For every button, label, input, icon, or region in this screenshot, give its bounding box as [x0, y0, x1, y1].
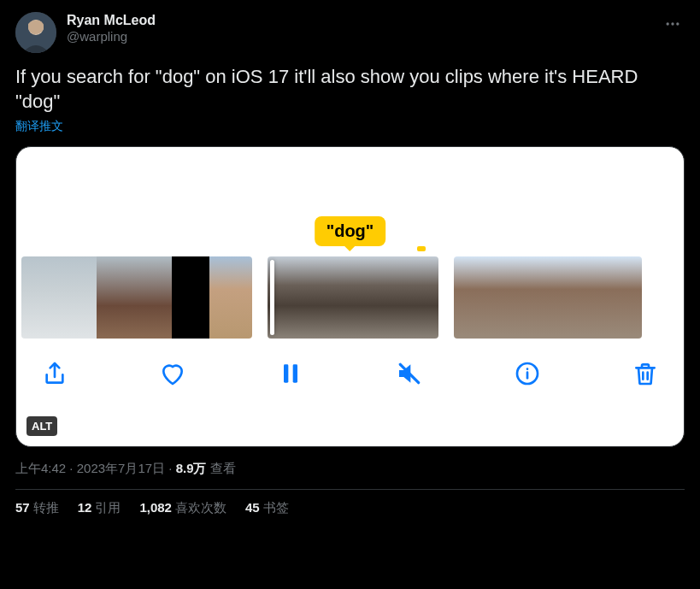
- clip-thumbnail: [21, 256, 59, 339]
- svg-point-3: [671, 22, 674, 25]
- svg-point-10: [526, 368, 528, 371]
- timestamp[interactable]: 上午4:42: [15, 461, 66, 475]
- clip-thumbnail: [454, 256, 491, 339]
- clip-thumbnail: [59, 256, 97, 339]
- divider: [15, 489, 685, 490]
- avatar[interactable]: [15, 12, 56, 53]
- clip-thumbnail: [310, 256, 353, 339]
- media-attachment[interactable]: "dog": [15, 146, 685, 447]
- svg-point-2: [667, 22, 669, 25]
- svg-point-4: [676, 22, 679, 25]
- media-header-area: "dog": [16, 147, 684, 256]
- clip-thumbnail: [529, 256, 567, 339]
- bookmarks-stat[interactable]: 45书签: [245, 500, 289, 516]
- video-timeline: [16, 256, 684, 339]
- mute-icon[interactable]: [395, 359, 424, 388]
- clip-thumbnail: [396, 256, 438, 339]
- tweet-meta: 上午4:42 · 2023年7月17日 · 8.9万 查看: [15, 461, 685, 477]
- clip-group-1[interactable]: [21, 256, 252, 339]
- author-names: Ryan McLeod @warpling: [67, 12, 156, 45]
- likes-stat[interactable]: 1,082喜欢次数: [139, 500, 226, 516]
- playhead-indicator[interactable]: [270, 260, 274, 335]
- tooltip-text: "dog": [326, 221, 374, 240]
- more-icon[interactable]: [661, 12, 685, 39]
- tweet-stats: 57转推 12引用 1,082喜欢次数 45书签: [15, 500, 685, 516]
- search-term-tooltip: "dog": [315, 216, 386, 246]
- translate-link[interactable]: 翻译推文: [15, 119, 685, 134]
- quotes-stat[interactable]: 12引用: [78, 500, 121, 516]
- views-count: 8.9万: [176, 461, 207, 475]
- clip-thumbnail: [172, 256, 209, 339]
- handle[interactable]: @warpling: [67, 29, 156, 45]
- clip-thumbnail: [604, 256, 642, 339]
- tweet-header: Ryan McLeod @warpling: [15, 12, 685, 53]
- trash-icon[interactable]: [631, 359, 660, 388]
- alt-badge[interactable]: ALT: [26, 416, 57, 436]
- clip-group-2[interactable]: [268, 256, 438, 339]
- clip-group-3[interactable]: [454, 256, 642, 339]
- svg-rect-6: [293, 365, 297, 383]
- clip-thumbnail: [491, 256, 529, 339]
- clip-thumbnail: [567, 256, 604, 339]
- views-label: 查看: [207, 461, 236, 475]
- date[interactable]: 2023年7月17日: [77, 461, 165, 475]
- display-name[interactable]: Ryan McLeod: [67, 12, 156, 29]
- media-toolbar: [16, 339, 684, 405]
- share-icon[interactable]: [40, 359, 69, 388]
- retweets-stat[interactable]: 57转推: [15, 500, 59, 516]
- svg-rect-5: [284, 365, 288, 383]
- clip-thumbnail: [97, 256, 134, 339]
- clip-thumbnail: [353, 256, 396, 339]
- tweet-text: If you search for "dog" on iOS 17 it'll …: [15, 65, 685, 114]
- pause-icon[interactable]: [276, 359, 305, 388]
- info-icon[interactable]: [513, 359, 542, 388]
- audio-match-marker: [417, 246, 426, 251]
- heart-icon[interactable]: [158, 359, 187, 388]
- tweet-container: Ryan McLeod @warpling If you search for …: [0, 0, 700, 525]
- clip-thumbnail: [209, 256, 252, 339]
- clip-thumbnail: [134, 256, 172, 339]
